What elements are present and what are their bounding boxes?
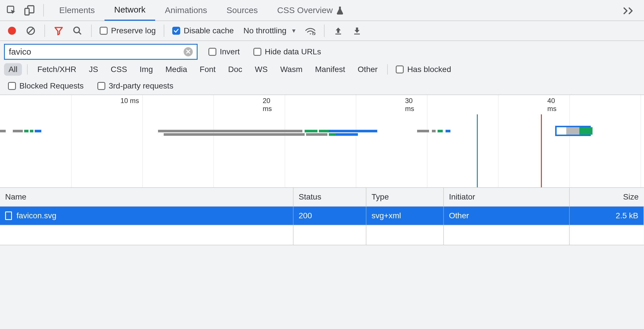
type-filter-ws[interactable]: WS (250, 63, 272, 76)
type-filter-font[interactable]: Font (195, 63, 220, 76)
column-header-name[interactable]: Name (0, 188, 293, 206)
svg-rect-10 (354, 34, 360, 34)
has-blocked-checkbox[interactable]: Has blocked (393, 65, 454, 74)
timeline-tick: 50 ms (356, 95, 427, 187)
network-toolbar: Preserve log Disable cache No throttling… (0, 21, 644, 41)
table-row[interactable]: favicon.svg200svg+xmlOther2.5 kB (0, 206, 644, 225)
tab-elements[interactable]: Elements (50, 0, 104, 21)
clear-button[interactable] (22, 23, 39, 39)
third-party-requests-label: 3rd-party requests (109, 81, 173, 91)
svg-rect-9 (335, 34, 341, 34)
throttling-select[interactable]: No throttling ▼ (238, 26, 300, 35)
type-filter-fetch-xhr[interactable]: Fetch/XHR (33, 63, 81, 76)
blocked-requests-checkbox[interactable]: Blocked Requests (5, 81, 87, 91)
experiment-icon (336, 6, 344, 15)
filter-input[interactable] (9, 47, 184, 57)
tab-network[interactable]: Network (104, 0, 155, 21)
column-header-status[interactable]: Status (293, 188, 366, 206)
waterfall-bar (319, 130, 329, 132)
waterfall-bar (417, 130, 429, 132)
has-blocked-label: Has blocked (407, 65, 451, 74)
record-button[interactable] (3, 23, 20, 39)
tab-animations[interactable]: Animations (155, 0, 217, 21)
requests-table: NameStatusTypeInitiatorSize favicon.svg2… (0, 188, 644, 245)
timeline-tick: 40 ms (285, 95, 356, 187)
file-icon (5, 211, 12, 220)
svg-line-6 (79, 32, 81, 34)
svg-line-4 (28, 28, 33, 33)
inspect-element-icon[interactable] (3, 2, 19, 18)
separator (44, 24, 45, 37)
resource-type-filters: AllFetch/XHRJSCSSImgMediaFontDocWSWasmMa… (0, 61, 644, 79)
type-filter-wasm[interactable]: Wasm (276, 63, 307, 76)
disable-cache-checkbox[interactable]: Disable cache (169, 26, 237, 35)
type-filter-manifest[interactable]: Manifest (311, 63, 350, 76)
column-header-size[interactable]: Size (569, 188, 644, 206)
upload-har-icon[interactable] (330, 23, 347, 39)
svg-point-7 (310, 33, 311, 34)
timeline-tick: 90 ms (641, 95, 644, 187)
extra-filters: Blocked Requests 3rd-party requests (0, 79, 644, 95)
device-toolbar-icon[interactable] (22, 2, 38, 18)
waterfall-bar (30, 130, 33, 132)
devtools-tab-bar: ElementsNetworkAnimationsSourcesCSS Over… (0, 0, 644, 21)
svg-point-5 (74, 27, 79, 33)
invert-label: Invert (220, 47, 240, 56)
type-filter-css[interactable]: CSS (106, 63, 132, 76)
type-filter-media[interactable]: Media (161, 63, 192, 76)
chevron-down-icon: ▼ (291, 28, 297, 34)
more-tabs-icon[interactable] (617, 6, 641, 14)
column-header-type[interactable]: Type (366, 188, 444, 206)
network-conditions-icon[interactable] (302, 23, 319, 39)
disable-cache-label: Disable cache (184, 26, 234, 35)
hide-data-urls-checkbox[interactable]: Hide data URLs (251, 47, 324, 56)
throttling-value: No throttling (243, 26, 286, 35)
hide-data-urls-label: Hide data URLs (265, 47, 321, 56)
waterfall-bar (329, 133, 336, 136)
type-filter-img[interactable]: Img (135, 63, 157, 76)
separator (324, 24, 325, 37)
type-filter-other[interactable]: Other (353, 63, 382, 76)
separator (164, 24, 164, 37)
timeline-tick: 20 ms (142, 95, 214, 187)
search-icon[interactable] (69, 23, 86, 39)
cell-initiator: Other (444, 206, 569, 225)
separator (91, 24, 92, 37)
cell-size: 2.5 kB (569, 206, 644, 225)
invert-checkbox[interactable]: Invert (206, 47, 243, 56)
waterfall-bar (0, 130, 6, 132)
separator (27, 64, 28, 75)
blocked-requests-label: Blocked Requests (19, 81, 84, 91)
type-filter-js[interactable]: JS (84, 63, 103, 76)
type-filter-doc[interactable]: Doc (223, 63, 247, 76)
tab-css-overview[interactable]: CSS Overview (268, 0, 353, 21)
cell-type: svg+xml (366, 206, 444, 225)
clear-filter-icon[interactable]: ✕ (184, 47, 193, 56)
waterfall-overview[interactable]: 10 ms20 ms30 ms40 ms50 ms60 ms70 ms80 ms… (0, 95, 644, 188)
preserve-log-label: Preserve log (111, 26, 156, 35)
waterfall-bar (432, 130, 435, 132)
preserve-log-checkbox[interactable]: Preserve log (97, 26, 159, 35)
waterfall-bar (35, 130, 41, 132)
waterfall-bar (329, 130, 377, 132)
load-marker (541, 114, 542, 187)
waterfall-bar (305, 130, 317, 132)
waterfall-bar (24, 130, 28, 132)
separator (387, 64, 388, 75)
waterfall-bar (158, 130, 302, 132)
filter-icon[interactable] (50, 23, 67, 39)
waterfall-bar (336, 133, 358, 136)
timeline-tick: 30 ms (214, 95, 285, 187)
column-header-initiator[interactable]: Initiator (444, 188, 569, 206)
waterfall-bar (438, 130, 442, 132)
waterfall-bar (446, 130, 450, 132)
filter-input-wrapper: ✕ (4, 44, 198, 60)
tab-sources[interactable]: Sources (217, 0, 268, 21)
third-party-requests-checkbox[interactable]: 3rd-party requests (95, 81, 176, 91)
overview-window[interactable] (555, 126, 591, 136)
timeline-tick: 60 ms (427, 95, 498, 187)
type-filter-all[interactable]: All (4, 63, 22, 76)
timeline-tick: 80 ms (569, 95, 641, 187)
waterfall-bar (306, 133, 327, 136)
download-har-icon[interactable] (348, 23, 366, 39)
